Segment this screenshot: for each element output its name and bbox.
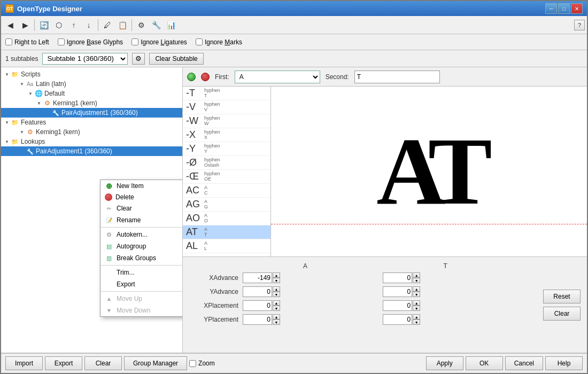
ignore-ligatures-checkbox[interactable] (131, 38, 138, 45)
xplacement-a-up[interactable]: ▲ (273, 300, 280, 306)
yadvance-t-up[interactable]: ▲ (413, 286, 420, 292)
ctx-new-item[interactable]: ⊕ New Item (100, 180, 183, 192)
ctx-autokern[interactable]: ⚙ Autokern... (100, 229, 183, 240)
export-bottom-button[interactable]: Export (45, 356, 82, 370)
list-item[interactable]: AO AO (183, 212, 270, 225)
tree-pair-adj1[interactable]: 🔧 PairAdjustment1 (360/360) (1, 108, 182, 118)
yplacement-a-down[interactable]: ▼ (273, 320, 280, 325)
first-glyph-select[interactable]: A (235, 71, 320, 83)
tb-action1[interactable]: 🔄 (37, 18, 51, 32)
close-button[interactable]: ✕ (571, 3, 583, 14)
tb-action4[interactable]: 📋 (115, 18, 129, 32)
tree-toggle-kerning1: ▼ (35, 99, 43, 107)
maximize-button[interactable]: □ (558, 3, 570, 14)
ctx-delete[interactable]: Delete (100, 192, 183, 202)
apply-button[interactable]: Apply (426, 356, 463, 370)
yadvance-a-input[interactable] (243, 286, 272, 297)
ctx-trim[interactable]: Trim... (100, 267, 183, 278)
xadvance-t-down[interactable]: ▼ (413, 278, 420, 283)
ctx-autogroup[interactable]: ▤ Autogroup (100, 240, 183, 252)
clear-subtable-btn[interactable]: Clear Subtable (149, 53, 203, 65)
list-item[interactable]: AT AT (183, 225, 270, 239)
xplacement-t-down[interactable]: ▼ (413, 306, 420, 311)
ctx-break-groups[interactable]: ▥ Break Groups (100, 252, 183, 264)
ctx-rename[interactable]: 📝 Rename F2 (100, 214, 183, 226)
list-item[interactable]: -W hyphenW (183, 114, 270, 128)
tree-features[interactable]: ▼ 📁 Features (1, 118, 182, 127)
tb-action7[interactable]: 📊 (164, 18, 178, 32)
help-button[interactable]: Help (545, 356, 583, 370)
ctx-export[interactable]: Export (100, 278, 183, 290)
list-item[interactable]: -Y hyphenY (183, 142, 270, 156)
app-icon: OT (5, 4, 14, 13)
tb-action2[interactable]: ⬡ (52, 18, 66, 32)
list-item[interactable]: AL AL (183, 239, 270, 253)
yplacement-t-up[interactable]: ▲ (413, 314, 420, 320)
tb-forward-btn[interactable]: ▶ (18, 18, 32, 32)
xadvance-a-up[interactable]: ▲ (273, 272, 280, 278)
yadvance-t-down[interactable]: ▼ (413, 292, 420, 297)
reset-button[interactable]: Reset (543, 290, 581, 303)
xadvance-t-up[interactable]: ▲ (413, 272, 420, 278)
add-pair-btn[interactable] (187, 73, 196, 81)
xadvance-a-input[interactable] (243, 272, 272, 283)
right-to-left-checkbox[interactable] (5, 38, 12, 45)
list-item[interactable]: AC AC (183, 184, 270, 198)
second-glyph-input[interactable] (354, 71, 440, 83)
list-item[interactable]: -X hyphenX (183, 128, 270, 142)
ignore-base-glyphs-checkbox[interactable] (58, 38, 65, 45)
tb-help[interactable]: ? (574, 20, 585, 30)
tree-default[interactable]: ▼ 🌐 Default (1, 89, 182, 98)
yadvance-t-input[interactable] (383, 286, 412, 297)
remove-pair-btn[interactable] (201, 73, 210, 81)
tree-lookups[interactable]: ▼ 📁 Lookups (1, 137, 182, 146)
ignore-ligatures-option[interactable]: Ignore Ligatures (131, 38, 187, 46)
tb-down[interactable]: ↓ (82, 18, 96, 32)
tb-up[interactable]: ↑ (67, 18, 81, 32)
ctx-clear[interactable]: ✏ Clear (100, 202, 183, 214)
ctx-export-label: Export (117, 280, 135, 288)
tb-action3[interactable]: 🖊 (100, 18, 114, 32)
yadvance-a-up[interactable]: ▲ (273, 286, 280, 292)
subtable-select[interactable]: Subtable 1 (360/360) (42, 53, 128, 65)
tree-latin[interactable]: ▼ Aa Latin (latn) (1, 79, 182, 89)
xplacement-a-input[interactable] (243, 300, 272, 311)
list-item[interactable]: -T hyphenT (183, 87, 270, 100)
ignore-marks-checkbox[interactable] (196, 38, 203, 45)
yplacement-a-up[interactable]: ▲ (273, 314, 280, 320)
right-to-left-option[interactable]: Right to Left (5, 38, 49, 46)
zoom-checkbox[interactable] (189, 360, 196, 367)
xplacement-a-down[interactable]: ▼ (273, 306, 280, 311)
yplacement-a-input[interactable] (243, 314, 272, 325)
minimize-button[interactable]: ─ (545, 3, 557, 14)
list-item[interactable]: -V hyphenV (183, 100, 270, 114)
list-item[interactable]: AG AG (183, 198, 270, 212)
tree-scripts[interactable]: ▼ 📁 Scripts (1, 69, 182, 79)
xplacement-a-cell: ▲ ▼ (241, 299, 370, 313)
yplacement-t-down[interactable]: ▼ (413, 320, 420, 325)
tb-back-btn[interactable]: ◀ (3, 18, 17, 32)
group-manager-button[interactable]: Group Manager (124, 356, 187, 370)
ignore-base-glyphs-option[interactable]: Ignore Base Glyphs (58, 38, 123, 46)
yadvance-a-down[interactable]: ▼ (273, 292, 280, 297)
xplacement-t-up[interactable]: ▲ (413, 300, 420, 306)
xadvance-t-input[interactable] (383, 272, 412, 283)
subtable-settings-btn[interactable]: ⚙ (132, 53, 145, 65)
tree-pair-adj-lookups[interactable]: 🔧 PairAdjustment1 (360/360) (1, 146, 182, 156)
list-item[interactable]: -Ø hyphenOslash (183, 156, 270, 170)
xplacement-t-input[interactable] (383, 300, 412, 311)
clear-adj-button[interactable]: Clear (543, 307, 581, 321)
cancel-button[interactable]: Cancel (505, 356, 543, 370)
tb-sep-1 (34, 19, 35, 31)
ok-button[interactable]: OK (466, 356, 503, 370)
tree-feat-kerning1[interactable]: ▼ ⚙ Kerning1 (kern) (1, 127, 182, 137)
clear-bottom-button[interactable]: Clear (84, 356, 122, 370)
tb-action6[interactable]: 🔧 (149, 18, 163, 32)
tb-action5[interactable]: ⚙ (134, 18, 148, 32)
yplacement-t-input[interactable] (383, 314, 412, 325)
list-item[interactable]: -Œ hyphenOE (183, 170, 270, 184)
ignore-marks-option[interactable]: Ignore Marks (196, 38, 242, 46)
xadvance-a-down[interactable]: ▼ (273, 278, 280, 283)
import-button[interactable]: Import (5, 356, 43, 370)
tree-kerning1[interactable]: ▼ ⚙ Kerning1 (kern) (1, 98, 182, 108)
